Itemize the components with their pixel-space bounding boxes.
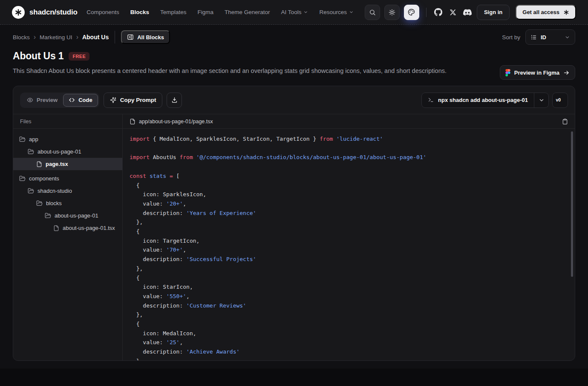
code-line: }, (130, 218, 565, 227)
tree-folder-blocks[interactable]: blocks (13, 197, 122, 209)
asterisk-icon (563, 9, 569, 15)
brand[interactable]: shadcn/studio (12, 6, 78, 19)
cli-command-text: npx shadcn add about-us-page-01 (438, 97, 528, 103)
tree-folder-about-us-page-01[interactable]: about-us-page-01 (13, 209, 122, 222)
code-line: value: '550+', (130, 292, 565, 301)
nav-figma[interactable]: Figma (198, 9, 214, 15)
copy-code-button[interactable] (562, 119, 568, 125)
terminal-icon (428, 97, 434, 103)
sort-by-label: Sort by (502, 34, 520, 41)
x-twitter-link[interactable] (448, 7, 458, 17)
file-icon (36, 161, 42, 167)
sparkles-icon (110, 97, 116, 103)
download-icon (171, 97, 178, 103)
sun-icon (389, 9, 395, 16)
code-line: }, (130, 264, 565, 273)
clipboard-copy-icon (562, 119, 568, 125)
code-tab-label: Code (78, 97, 92, 103)
code-line: { (130, 227, 565, 236)
tree-folder-components[interactable]: components (13, 172, 122, 185)
folder-open-icon (19, 175, 26, 182)
code-content: import { MedalIcon, SparklesIcon, StarIc… (130, 134, 565, 360)
tree-folder-shadcn-studio[interactable]: shadcn-studio (13, 185, 122, 197)
tree-folder-app[interactable]: app (13, 133, 122, 145)
tree-folder-about-us-page-01[interactable]: about-us-page-01 (13, 145, 122, 158)
code-line: { (130, 273, 565, 283)
preview-in-figma-label: Preview in Figma (514, 70, 559, 76)
main-nav: Components Blocks Templates Figma Theme … (86, 9, 354, 15)
card-body: Files appabout-us-page-01page.tsxcompone… (13, 114, 575, 360)
nav-resources-label: Resources (319, 9, 347, 15)
discord-link[interactable] (462, 7, 473, 17)
code-line: import { MedalIcon, SparklesIcon, StarIc… (130, 134, 565, 144)
breadcrumb-current: About Us (82, 34, 109, 41)
folder-open-icon (28, 188, 34, 194)
palette-icon (408, 9, 415, 16)
file-tree: appabout-us-page-01page.tsxcomponentssha… (13, 129, 122, 234)
arrow-right-icon (563, 70, 570, 76)
hero-section: About Us 1 FREE This Shadcn About Us blo… (13, 50, 575, 74)
theme-toggle-button[interactable] (384, 5, 400, 20)
code-tab[interactable]: Code (63, 94, 98, 107)
code-line: { (130, 181, 565, 190)
sign-in-button[interactable]: Sign in (477, 5, 510, 20)
cli-command-dropdown[interactable] (534, 93, 548, 107)
nav-ai-tools[interactable]: AI Tools (281, 9, 308, 15)
code-line: }, (130, 357, 565, 360)
download-button[interactable] (167, 93, 182, 108)
code-line: const stats = [ (130, 171, 565, 181)
preview-tab[interactable]: Preview (21, 94, 63, 107)
search-button[interactable] (365, 5, 380, 20)
v0-icon: v0 (556, 97, 565, 103)
folder-open-icon (45, 212, 51, 219)
github-icon (434, 8, 442, 16)
folder-open-icon (36, 200, 43, 206)
cli-command-button[interactable]: npx shadcn add about-us-page-01 (422, 93, 534, 107)
nav-blocks[interactable]: Blocks (130, 9, 149, 15)
files-panel: Files appabout-us-page-01page.tsxcompone… (13, 114, 123, 360)
code-line: description: 'Years of Experience' (130, 209, 565, 218)
header-divider (426, 8, 427, 17)
breadcrumb-marketing-ui[interactable]: Marketing UI (40, 34, 72, 41)
breadcrumb-separator: › (34, 33, 36, 41)
sort-select[interactable]: ID (525, 29, 575, 45)
theme-customizer-button[interactable] (404, 5, 419, 20)
cli-command-group: npx shadcn add about-us-page-01 (421, 93, 549, 108)
figma-icon (505, 69, 510, 76)
top-navigation-bar: shadcn/studio Components Blocks Template… (0, 0, 588, 25)
get-all-access-label: Get all access (522, 9, 559, 15)
preview-in-figma-button[interactable]: Preview in Figma (500, 65, 575, 80)
code-scrollbar[interactable] (571, 131, 573, 277)
page-title: About Us 1 (13, 50, 63, 62)
breadcrumb-blocks[interactable]: Blocks (13, 34, 30, 41)
github-link[interactable] (433, 7, 444, 17)
code-line: }, (130, 310, 565, 319)
breadcrumb-row: Blocks › Marketing UI › About Us All Blo… (13, 25, 575, 44)
card-toolbar: Preview Code Copy Prompt npx shadcn add … (13, 86, 575, 114)
nav-theme-generator[interactable]: Theme Generator (225, 9, 270, 15)
code-line: description: 'Successful Projects' (130, 255, 565, 264)
all-blocks-button[interactable]: All Blocks (121, 30, 170, 44)
code-viewport: import { MedalIcon, SparklesIcon, StarIc… (123, 129, 575, 360)
code-line: import AboutUs from '@/components/shadcn… (130, 153, 565, 162)
x-icon (450, 9, 456, 16)
nav-components[interactable]: Components (86, 9, 119, 15)
tree-file-about-us-page-01.tsx[interactable]: about-us-page-01.tsx (13, 222, 122, 234)
breadcrumb-divider (115, 31, 115, 44)
tree-file-page.tsx[interactable]: page.tsx (13, 158, 122, 170)
nav-templates[interactable]: Templates (160, 9, 187, 15)
breadcrumb-separator: › (76, 33, 78, 41)
code-brackets-icon (69, 97, 75, 103)
code-panel: app/about-us-page-01/page.tsx import { M… (123, 114, 575, 360)
view-toggle-group: Preview Code (20, 93, 99, 108)
copy-prompt-button[interactable]: Copy Prompt (104, 93, 163, 108)
get-all-access-button[interactable]: Get all access (516, 5, 576, 20)
sort-control: Sort by ID (502, 29, 575, 45)
code-panel-header: app/about-us-page-01/page.tsx (123, 114, 575, 129)
block-card: Preview Code Copy Prompt npx shadcn add … (13, 86, 575, 361)
sort-selected-value: ID (541, 34, 546, 41)
nav-resources[interactable]: Resources (319, 9, 354, 15)
all-blocks-label: All Blocks (137, 34, 164, 41)
open-in-v0-button[interactable]: v0 (552, 93, 568, 108)
chevron-down-icon (349, 10, 354, 15)
